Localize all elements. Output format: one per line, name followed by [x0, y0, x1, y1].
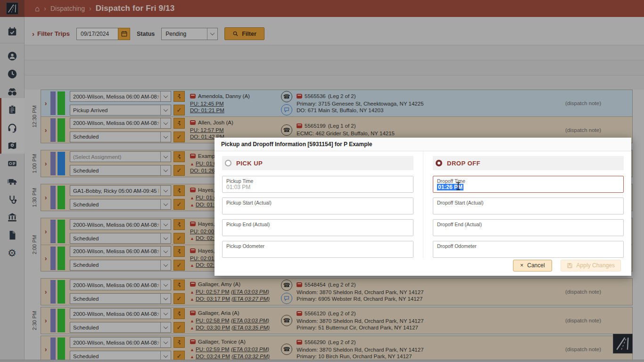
pickup-end-field[interactable]: Pickup End (Actual) — [222, 219, 413, 236]
field-value: 01:03 PM — [226, 184, 409, 191]
field-label: Dropoff Time — [437, 178, 619, 184]
field-label: Pickup Start (Actual) — [226, 200, 409, 206]
modal-footer: × Cancel Apply Changes — [215, 258, 631, 273]
pickup-odometer-field[interactable]: Pickup Odometer — [222, 241, 413, 258]
pickup-start-field[interactable]: Pickup Start (Actual) — [222, 197, 413, 214]
dropoff-radio[interactable] — [436, 160, 442, 166]
field-label: Dropoff End (Actual) — [437, 222, 619, 227]
pickup-dropoff-modal: Pickup and Dropoff Information [5931154]… — [215, 138, 631, 276]
text-cursor — [455, 182, 461, 192]
cancel-button[interactable]: × Cancel — [513, 260, 552, 272]
dropoff-heading: DROP OFF — [447, 160, 480, 167]
field-label: Pickup End (Actual) — [226, 222, 409, 227]
dropoff-odometer-field[interactable]: Dropoff Odometer — [433, 241, 624, 258]
dropoff-end-field[interactable]: Dropoff End (Actual) — [433, 219, 624, 236]
dropoff-time-field[interactable]: Dropoff Time 01:26 PM — [433, 176, 624, 193]
field-label: Dropoff Odometer — [437, 243, 619, 249]
save-icon — [567, 263, 573, 269]
pickup-section-header: PICK UP — [222, 156, 413, 170]
dropoff-section-header: DROP OFF — [433, 156, 624, 170]
pickup-heading: PICK UP — [236, 160, 263, 167]
pickup-radio[interactable] — [225, 160, 231, 166]
field-label: Pickup Odometer — [226, 243, 409, 249]
modal-title: Pickup and Dropoff Information [5931154]… — [215, 138, 631, 151]
dropoff-start-field[interactable]: Dropoff Start (Actual) — [433, 197, 624, 214]
app-root: ⌂ › Dispatching › Dispatch for Fri 9/13 … — [0, 0, 644, 362]
field-label: Pickup Time — [226, 178, 409, 184]
close-icon: × — [520, 262, 523, 269]
pickup-time-field[interactable]: Pickup Time 01:03 PM — [222, 176, 413, 193]
field-label: Dropoff Start (Actual) — [437, 200, 619, 206]
apply-changes-button[interactable]: Apply Changes — [561, 260, 621, 272]
